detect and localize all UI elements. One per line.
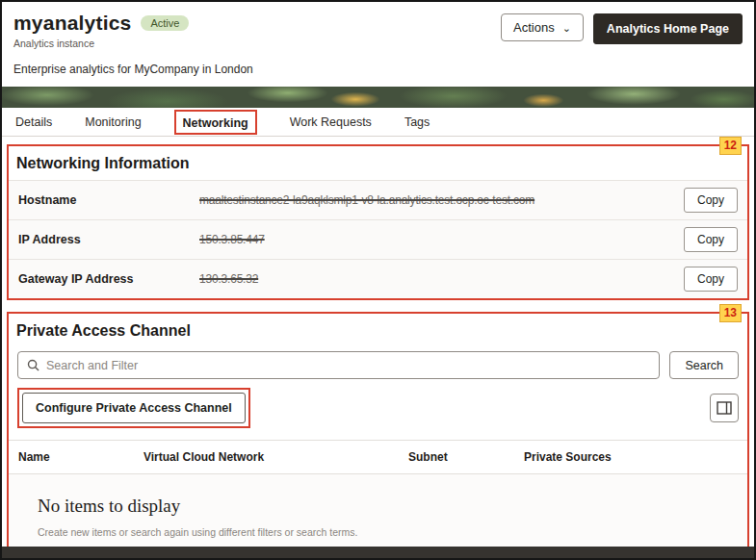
tab-tags[interactable]: Tags bbox=[404, 115, 430, 129]
empty-state-title: No items to display bbox=[38, 496, 718, 517]
title-block: myanalytics Active Analytics instance bbox=[13, 12, 189, 49]
tab-networking[interactable]: Networking bbox=[183, 116, 248, 130]
actions-button[interactable]: Actions ⌄ bbox=[501, 13, 584, 41]
search-row: Search bbox=[17, 351, 739, 379]
private-access-channel-title: Private Access Channel bbox=[9, 314, 747, 347]
search-box[interactable] bbox=[17, 351, 660, 379]
empty-state-subtitle: Create new items or search again using d… bbox=[38, 526, 718, 538]
bottom-bar bbox=[2, 547, 754, 558]
ip-address-row: IP Address 150.3.85.447 Copy bbox=[9, 219, 747, 259]
configure-private-access-channel-button[interactable]: Configure Private Access Channel bbox=[22, 393, 246, 423]
tab-bar: Details Monitoring Networking Work Reque… bbox=[2, 108, 754, 137]
actions-button-label: Actions bbox=[513, 20, 555, 35]
tab-monitoring[interactable]: Monitoring bbox=[85, 115, 141, 129]
copy-ip-address-button[interactable]: Copy bbox=[684, 227, 738, 252]
columns-icon bbox=[717, 401, 732, 415]
search-button[interactable]: Search bbox=[669, 351, 739, 379]
hostname-row: Hostname maaltestinstance2-la9aqklsmlp1-… bbox=[9, 180, 747, 219]
gateway-ip-value: 130.3.65.32 bbox=[199, 272, 684, 286]
tab-details[interactable]: Details bbox=[15, 115, 52, 129]
search-icon bbox=[27, 359, 39, 371]
networking-info-rows: Hostname maaltestinstance2-la9aqklsmlp1-… bbox=[9, 180, 747, 298]
column-header-private-sources[interactable]: Private Sources bbox=[524, 450, 738, 464]
ip-address-label: IP Address bbox=[18, 233, 199, 246]
private-access-table-header: Name Virtual Cloud Network Subnet Privat… bbox=[9, 440, 747, 474]
page-title: myanalytics bbox=[13, 12, 131, 35]
ip-address-value: 150.3.85.447 bbox=[199, 233, 684, 246]
chevron-down-icon: ⌄ bbox=[562, 24, 571, 32]
private-access-channel-annotation-box: 13 Private Access Channel Search Configu… bbox=[7, 312, 749, 560]
hostname-label: Hostname bbox=[18, 193, 199, 207]
instance-description: Enterprise analytics for MyCompany in Lo… bbox=[13, 63, 743, 87]
callout-13-label: 13 bbox=[719, 304, 742, 322]
callout-12-label: 12 bbox=[719, 137, 742, 155]
status-badge: Active bbox=[141, 15, 189, 31]
decorative-foliage-banner bbox=[2, 87, 754, 108]
gateway-ip-label: Gateway IP Address bbox=[18, 272, 199, 286]
configure-row: Configure Private Access Channel bbox=[17, 388, 739, 428]
analytics-instance-page: myanalytics Active Analytics instance Ac… bbox=[0, 0, 756, 560]
search-input[interactable] bbox=[46, 359, 650, 372]
analytics-home-page-button[interactable]: Analytics Home Page bbox=[593, 13, 743, 44]
column-header-subnet[interactable]: Subnet bbox=[408, 450, 524, 464]
page-header: myanalytics Active Analytics instance Ac… bbox=[2, 2, 754, 87]
copy-hostname-button[interactable]: Copy bbox=[684, 188, 738, 213]
gateway-ip-row: Gateway IP Address 130.3.65.32 Copy bbox=[9, 259, 747, 298]
copy-gateway-ip-button[interactable]: Copy bbox=[684, 267, 738, 292]
column-header-virtual-cloud-network[interactable]: Virtual Cloud Network bbox=[143, 450, 408, 464]
tab-work-requests[interactable]: Work Requests bbox=[290, 115, 372, 129]
configure-button-annotation-box: Configure Private Access Channel bbox=[17, 388, 250, 428]
column-header-name[interactable]: Name bbox=[18, 450, 143, 464]
hostname-value: maaltestinstance2-la9aqklsmlp1-v8-la.ana… bbox=[199, 193, 684, 207]
manage-columns-button[interactable] bbox=[710, 394, 739, 422]
networking-information-annotation-box: 12 Networking Information Hostname maalt… bbox=[7, 144, 749, 300]
networking-tab-annotation-box: Networking bbox=[174, 110, 257, 135]
networking-information-title: Networking Information bbox=[9, 146, 747, 180]
instance-type-label: Analytics instance bbox=[13, 38, 189, 49]
